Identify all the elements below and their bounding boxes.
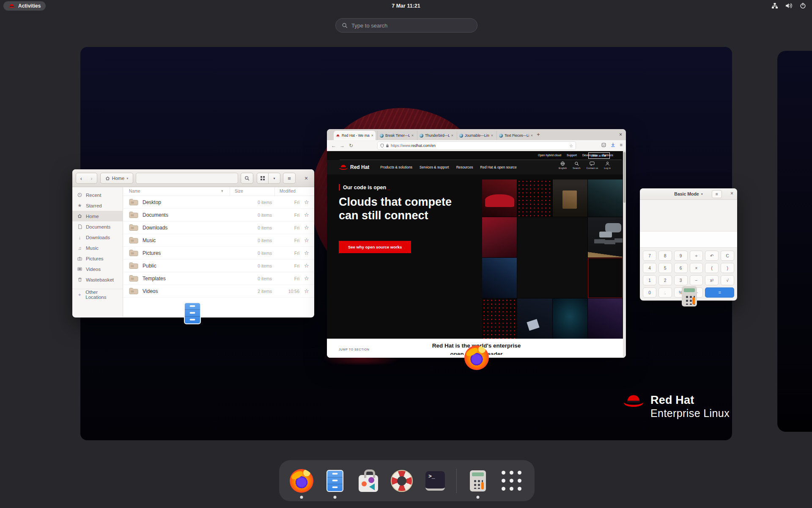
back-button[interactable]: ‹	[76, 173, 87, 184]
jump-to-section-label[interactable]: JUMP TO SECTION	[339, 348, 369, 351]
dock-item-app-grid[interactable]	[499, 460, 524, 501]
hamburger-menu-icon[interactable]: ≡	[620, 142, 623, 147]
files-app-icon[interactable]	[184, 302, 201, 324]
calculator-app-icon[interactable]	[682, 286, 697, 306]
calc-key[interactable]: ÷	[690, 251, 703, 261]
redhat-site-logo[interactable]: Red Hat	[339, 164, 369, 171]
forward-button[interactable]: ›	[86, 173, 97, 184]
dock-item-firefox[interactable]	[289, 460, 314, 501]
calc-key[interactable]: 5	[658, 263, 672, 273]
calc-key[interactable]: ↶	[705, 251, 719, 261]
sidebar-item-home[interactable]: Home	[72, 211, 123, 221]
firefox-app-icon[interactable]	[464, 345, 489, 370]
calc-key[interactable]: 8	[658, 251, 672, 261]
site-search-button[interactable]: Search	[573, 161, 580, 169]
calc-key[interactable]: 9	[674, 251, 688, 261]
forward-button[interactable]: →	[340, 143, 345, 149]
star-icon[interactable]: ☆	[304, 275, 309, 282]
site-nav-link[interactable]: Red Hat & open source	[480, 165, 516, 169]
sidebar-item-downloads[interactable]: ↓Downloads	[72, 232, 123, 243]
back-button[interactable]: ←	[331, 143, 336, 149]
calc-key[interactable]: √	[721, 275, 734, 285]
contact-us-button[interactable]: Contact us	[586, 161, 598, 169]
sidebar-item-pictures[interactable]: Pictures	[72, 253, 123, 264]
tab-close-icon[interactable]: ×	[491, 133, 493, 138]
column-header-size[interactable]: Size	[235, 189, 243, 193]
star-icon[interactable]: ☆	[304, 262, 309, 269]
sidebar-item-starred[interactable]: ★Starred	[72, 200, 123, 211]
utility-nav-link[interactable]: Support	[567, 154, 577, 157]
tab-break-timer[interactable]: Break Timer—Linux Apps ×	[377, 131, 416, 140]
login-button[interactable]: Log in	[604, 161, 611, 169]
breadcrumb[interactable]: Home ▾	[100, 173, 133, 184]
star-icon[interactable]: ☆	[304, 237, 309, 243]
column-header-modified[interactable]: Modified	[280, 189, 296, 193]
tab-close-icon[interactable]: ×	[411, 133, 414, 138]
table-row[interactable]: Desktop 0 items Fri ☆	[123, 196, 314, 209]
sidebar-item-music[interactable]: ♫Music	[72, 243, 123, 253]
view-options-caret[interactable]: ▾	[269, 173, 280, 183]
activities-button[interactable]: Activities	[3, 1, 46, 11]
sidebar-item-videos[interactable]: Videos	[72, 264, 123, 274]
calculator-entry[interactable]	[640, 232, 737, 248]
mode-selector[interactable]: Basic Mode	[674, 191, 699, 196]
search-input[interactable]: Type to search	[335, 18, 477, 33]
calc-key[interactable]: −	[690, 275, 703, 285]
star-icon[interactable]: ☆	[304, 250, 309, 256]
calculator-window[interactable]: Basic Mode ▾ ≡ × 789÷↶C456×()123−x²√0.%+…	[640, 188, 737, 301]
tab-close-icon[interactable]: ×	[531, 133, 533, 138]
hamburger-menu-button[interactable]: ≡	[712, 190, 722, 198]
table-row[interactable]: Templates 0 items Fri ☆	[123, 272, 314, 285]
table-row[interactable]: Music 0 items Fri ☆	[123, 234, 314, 247]
calc-key[interactable]: ×	[690, 263, 703, 273]
star-icon[interactable]: ☆	[304, 199, 309, 205]
calc-key[interactable]: 1	[643, 275, 656, 285]
calc-key[interactable]: 4	[643, 263, 656, 273]
language-menu[interactable]: English	[559, 161, 567, 169]
reload-button[interactable]: ↻	[349, 143, 353, 149]
calc-key[interactable]: 6	[674, 263, 688, 273]
calc-key[interactable]: =	[705, 287, 734, 298]
dock-item-terminal[interactable]: >_	[423, 460, 447, 501]
start-trial-button[interactable]: Start a trial	[588, 152, 610, 159]
dock-item-calculator[interactable]	[466, 460, 490, 501]
system-status-area[interactable]	[771, 0, 806, 11]
scrollbar[interactable]	[623, 151, 626, 358]
dock-item-files[interactable]	[323, 460, 347, 501]
tab-close-icon[interactable]: ×	[451, 133, 453, 138]
sidebar-item-wastebasket[interactable]: Wastebasket	[72, 274, 123, 285]
tab-journable[interactable]: Journable—Linux Apps on ×	[457, 131, 495, 140]
tab-close-icon[interactable]: ×	[371, 133, 373, 138]
star-icon[interactable]: ☆	[304, 224, 309, 231]
table-row[interactable]: Downloads 0 items Fri ☆	[123, 221, 314, 234]
calc-key[interactable]: (	[705, 263, 719, 273]
new-tab-button[interactable]: +	[537, 132, 540, 137]
sidebar-item-documents[interactable]: Documents	[72, 221, 123, 232]
star-icon[interactable]: ☆	[304, 212, 309, 218]
table-row[interactable]: Pictures 0 items Fri ☆	[123, 247, 314, 260]
calc-key[interactable]: 2	[658, 275, 672, 285]
site-nav-link[interactable]: Services & support	[420, 165, 449, 169]
tab-text-pieces[interactable]: Text Pieces—Linux Apps o ×	[497, 131, 535, 140]
view-toggle-button[interactable]: ▾	[257, 173, 280, 184]
table-row[interactable]: Documents 0 items Fri ☆	[123, 209, 314, 221]
calc-key[interactable]: 7	[643, 251, 656, 261]
download-icon[interactable]	[611, 143, 615, 147]
calc-key[interactable]: )	[721, 263, 734, 273]
tab-redhat[interactable]: Red Hat - We make open s ×	[334, 131, 376, 140]
hamburger-menu-button[interactable]: ≡	[283, 173, 296, 184]
bookmark-star-icon[interactable]: ☆	[569, 144, 573, 148]
sidebar-item-other-locations[interactable]: +Other Locations	[72, 289, 123, 299]
calc-key[interactable]: C	[721, 251, 734, 261]
column-header-name[interactable]: Name	[129, 189, 140, 193]
dock-item-software[interactable]	[356, 460, 381, 501]
star-icon[interactable]: ☆	[304, 288, 309, 294]
address-bar[interactable]: https://www.redhat.com/en ☆	[378, 142, 576, 149]
dock-item-help[interactable]	[390, 460, 414, 501]
calc-key[interactable]: .	[658, 287, 672, 298]
privacy-badge-icon[interactable]	[601, 143, 606, 147]
close-button[interactable]: ×	[619, 132, 622, 138]
utility-nav-link[interactable]: Open hybrid cloud	[538, 154, 561, 157]
scrollbar-thumb[interactable]	[623, 152, 625, 203]
close-button[interactable]: ×	[730, 190, 733, 196]
